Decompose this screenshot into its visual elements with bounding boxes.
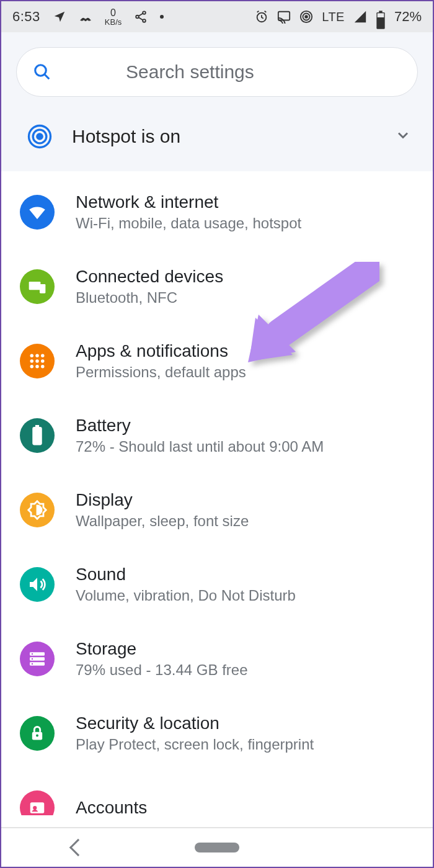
system-nav-bar: [1, 827, 433, 867]
battery-icon: [20, 418, 55, 453]
row-subtitle: Wi-Fi, mobile, data usage, hotspot: [76, 215, 301, 232]
row-subtitle: 72% - Should last until about 9:00 AM: [76, 438, 324, 455]
battery-icon: [376, 10, 386, 24]
devices-icon: [20, 269, 55, 304]
row-title: Display: [76, 490, 249, 510]
row-storage[interactable]: Storage 79% used - 13.44 GB free: [1, 622, 433, 696]
volume-icon: [20, 567, 55, 602]
svg-point-25: [41, 365, 45, 369]
svg-point-38: [33, 806, 37, 810]
svg-point-11: [35, 65, 46, 76]
apps-icon: [20, 344, 55, 378]
hotspot-label: Hotspot is on: [72, 126, 180, 147]
row-title: Apps & notifications: [76, 341, 246, 361]
row-accounts[interactable]: Accounts: [1, 771, 433, 815]
svg-point-32: [32, 653, 33, 655]
row-subtitle: Permissions, default apps: [76, 364, 246, 381]
svg-point-12: [37, 134, 42, 139]
row-sound[interactable]: Sound Volume, vibration, Do Not Disturb: [1, 547, 433, 622]
row-title: Accounts: [76, 798, 147, 815]
account-icon: [20, 790, 55, 815]
row-connected-devices[interactable]: Connected devices Bluetooth, NFC: [1, 249, 433, 324]
settings-header: Search settings Hotspot is on: [1, 32, 433, 171]
hotspot-status-icon: [299, 10, 313, 24]
svg-rect-16: [40, 284, 45, 293]
svg-point-20: [30, 359, 34, 363]
hotspot-icon: [27, 124, 52, 149]
home-pill[interactable]: [195, 843, 239, 852]
svg-rect-4: [278, 12, 290, 20]
svg-point-34: [32, 663, 33, 664]
svg-point-33: [32, 658, 33, 660]
alarm-icon: [255, 10, 268, 24]
dot-icon: [160, 15, 164, 19]
svg-point-17: [30, 354, 34, 358]
row-apps-notifications[interactable]: Apps & notifications Permissions, defaul…: [1, 324, 433, 398]
svg-point-5: [305, 16, 308, 18]
data-speed-indicator: 0 KB/s: [105, 8, 122, 26]
row-security-location[interactable]: Security & location Play Protect, screen…: [1, 696, 433, 771]
svg-point-22: [41, 359, 45, 363]
row-title: Battery: [76, 416, 324, 436]
svg-point-19: [41, 354, 45, 358]
storage-icon: [20, 642, 55, 676]
wifi-icon: [20, 195, 55, 230]
row-subtitle: 79% used - 13.44 GB free: [76, 661, 248, 679]
search-placeholder: Search settings: [126, 61, 401, 83]
row-subtitle: Volume, vibration, Do Not Disturb: [76, 587, 296, 604]
signal-icon: [353, 10, 367, 24]
search-icon: [33, 63, 51, 81]
svg-rect-26: [32, 427, 42, 445]
row-subtitle: Wallpaper, sleep, font size: [76, 512, 249, 530]
svg-rect-27: [35, 425, 39, 428]
svg-rect-10: [378, 13, 384, 17]
back-button[interactable]: [41, 841, 115, 854]
svg-point-21: [35, 359, 39, 363]
svg-point-18: [35, 354, 39, 358]
settings-list: Network & internet Wi-Fi, mobile, data u…: [1, 171, 433, 815]
row-subtitle: Bluetooth, NFC: [76, 289, 223, 306]
status-time: 6:53: [12, 9, 40, 25]
mustache-icon: [79, 10, 92, 24]
svg-point-23: [30, 365, 34, 369]
row-title: Connected devices: [76, 267, 223, 287]
brightness-icon: [20, 493, 55, 527]
svg-rect-9: [379, 11, 382, 13]
location-icon: [53, 10, 66, 24]
lock-icon: [20, 716, 55, 751]
hotspot-banner[interactable]: Hotspot is on: [16, 97, 418, 171]
row-title: Network & internet: [76, 192, 301, 212]
row-subtitle: Play Protect, screen lock, fingerprint: [76, 736, 314, 753]
chevron-down-icon: [394, 127, 412, 146]
svg-point-24: [35, 365, 39, 369]
row-network-internet[interactable]: Network & internet Wi-Fi, mobile, data u…: [1, 175, 433, 249]
row-battery[interactable]: Battery 72% - Should last until about 9:…: [1, 398, 433, 473]
row-display[interactable]: Display Wallpaper, sleep, font size: [1, 473, 433, 547]
row-title: Storage: [76, 639, 248, 659]
status-bar: 6:53 0 KB/s LTE 72%: [1, 1, 433, 32]
svg-point-36: [36, 735, 38, 737]
row-title: Security & location: [76, 714, 314, 733]
svg-rect-15: [29, 282, 41, 290]
row-title: Sound: [76, 565, 296, 584]
network-type-label: LTE: [322, 10, 345, 24]
battery-percentage: 72%: [394, 9, 422, 25]
search-settings-bar[interactable]: Search settings: [16, 47, 418, 97]
cast-icon: [277, 10, 291, 24]
share-icon: [134, 10, 148, 24]
